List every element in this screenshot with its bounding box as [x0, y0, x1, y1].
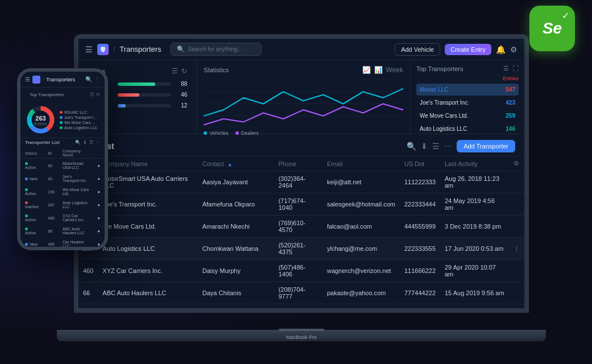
phone-id-cell: 66 — [44, 225, 58, 237]
cell-company: Car Haulers LLC — [98, 304, 197, 309]
transporter-row-2[interactable]: Joe's Transport Inc. 423 — [416, 97, 519, 109]
legend-label-1: MSUAC LLC — [64, 110, 87, 114]
cell-row-action-menu[interactable]: ⋮ — [509, 238, 524, 260]
phone-slash: / — [43, 77, 44, 82]
legend-dot-1 — [60, 111, 63, 114]
cell-activity: 29 Apr 2020 10:07 am — [440, 260, 509, 282]
phone-table-filter-icon[interactable]: ☰ — [89, 140, 93, 145]
cell-activity: 17 Jun 2020 0:53 am — [440, 238, 509, 260]
phone-action-cell[interactable]: ● — [94, 225, 104, 237]
phone-company-cell: We Move Cars Ltd. — [59, 186, 93, 198]
cell-email: falcao@aol.com — [322, 216, 400, 238]
table-download-icon[interactable]: ⬇ — [421, 142, 428, 151]
cell-row-action[interactable] — [509, 216, 524, 238]
phone-action-cell[interactable]: ● — [94, 199, 104, 211]
create-entry-button[interactable]: Create Entry — [445, 44, 491, 55]
phone-table-title: Transporter List — [25, 140, 60, 145]
phone-title: Transporters — [46, 77, 75, 82]
phone-company-cell: MotorSmart USA LLC — [59, 160, 93, 172]
search-placeholder: Search for anything... — [188, 46, 242, 52]
phone-table-header: Status ID Company Name — [22, 148, 104, 159]
phone-filter-icon[interactable]: ☰ — [90, 92, 94, 97]
table-filter-icon[interactable]: ☰ — [432, 142, 440, 151]
table-section: ter List 🔍 ⬇ ☰ ⋯ Add Transporter ID — [78, 134, 524, 308]
cell-activity: 3 Dec 2019 8:38 pm — [440, 216, 509, 238]
phone-table-search-icon[interactable]: 🔍 — [75, 140, 81, 145]
statistics-card: Statistics 📈 📊 Week — [197, 60, 411, 134]
inactive-bar-track — [118, 93, 171, 97]
phone-action-cell[interactable]: ● — [94, 212, 104, 224]
phone-action-cell[interactable]: ● — [94, 173, 104, 185]
transporter-row-3[interactable]: We Move Cars Ltd. 259 — [416, 110, 519, 122]
search-bar[interactable]: 🔍 Search for anything... — [171, 43, 262, 56]
filter-icon[interactable]: ☰ — [172, 67, 178, 75]
phone-refresh-icon[interactable]: ↻ — [96, 92, 100, 97]
add-transporter-button[interactable]: Add Transporter — [457, 140, 515, 152]
cell-email: salesgeek@hotmail.com — [322, 193, 400, 216]
cell-contact: Daisy Murphy — [198, 260, 274, 282]
table-scroll[interactable]: ID Company Name Contact ▲ Phone Email US… — [78, 156, 524, 308]
cell-activity: 13 Dec 2018 3:05 pm — [440, 304, 509, 309]
add-vehicle-button[interactable]: Add Vehicle — [395, 43, 440, 56]
laptop-label: MacBook Pro — [286, 334, 317, 340]
col-contact[interactable]: Contact ▲ — [198, 156, 274, 171]
donut-area: 263 Entries MSUAC LLC Joe's Transport I.… — [20, 102, 105, 138]
phone-more-icon[interactable]: ⋮ — [94, 76, 100, 82]
laptop-screen: ☰ / Transporters 🔍 Search for anything..… — [74, 34, 529, 313]
cell-row-action[interactable] — [509, 193, 524, 216]
transporters-expand-icon[interactable]: ⛶ — [512, 65, 519, 72]
col-phone[interactable]: Phone — [274, 156, 322, 171]
cell-company: Auto Logistics LLC — [98, 238, 197, 260]
phone-id-cell: 60 — [44, 160, 58, 172]
transporter-row-4[interactable]: Auto Logistics LLC 146 — [416, 123, 519, 135]
bar-chart-icon[interactable]: 📊 — [374, 66, 383, 74]
legend-dot-2 — [60, 116, 63, 119]
inactive-value: 46 — [176, 92, 187, 98]
notification-icon[interactable]: 🔔 — [496, 45, 506, 54]
phone-status-cell: New — [22, 173, 43, 185]
cell-contact: Amarachi Nkechi — [198, 216, 274, 238]
phone-menu-icon[interactable]: ☰ — [25, 76, 30, 82]
transporters-card-actions: ☰ ⛶ — [503, 65, 519, 72]
phone-action-cell[interactable]: ● — [94, 238, 104, 247]
col-usdot[interactable]: US Dot — [400, 156, 440, 171]
cell-usdot: 222333444 — [400, 193, 440, 216]
settings-icon[interactable]: ⚙ — [510, 45, 518, 54]
table-search-icon[interactable]: 🔍 — [407, 142, 416, 151]
phone-action-cell[interactable]: ● — [94, 160, 104, 172]
phone-table-download-icon[interactable]: ⬇ — [83, 140, 87, 145]
phone-action-cell[interactable]: ● — [94, 186, 104, 198]
transporters-filter-icon[interactable]: ☰ — [503, 65, 509, 72]
active-value: 88 — [176, 81, 187, 87]
chart-svg — [204, 80, 403, 128]
phone-col-actions — [94, 148, 104, 159]
cell-email: ylchang@me.com — [322, 238, 400, 260]
transporter-count-4: 146 — [506, 126, 515, 132]
cell-row-action[interactable] — [509, 282, 524, 304]
table-more-icon[interactable]: ⋯ — [444, 142, 452, 151]
period-selector[interactable]: Week — [386, 66, 403, 74]
phone-col-status: Status — [22, 148, 43, 159]
col-company[interactable]: Company Name — [98, 156, 197, 171]
phone-section-title: Top Transporters — [25, 90, 68, 100]
menu-icon[interactable]: ☰ — [85, 45, 93, 54]
cell-company: We Move Cars Ltd. — [98, 216, 197, 238]
cell-row-action[interactable] — [509, 304, 524, 309]
transporters-card-header: Top Transporters ☰ ⛶ — [416, 65, 519, 72]
cell-row-action[interactable] — [509, 260, 524, 282]
cell-row-action[interactable] — [509, 171, 524, 193]
transporter-row-1[interactable]: Msuac LLC 547 — [416, 84, 519, 96]
phone-search-icon[interactable]: 🔍 — [85, 76, 92, 82]
cell-usdot: 111222333 — [400, 171, 440, 193]
col-email[interactable]: Email — [322, 156, 400, 171]
refresh-icon[interactable]: ↻ — [181, 67, 187, 75]
laptop-notch — [279, 329, 324, 331]
phone-table-more-icon[interactable]: ⋯ — [96, 140, 100, 145]
inactive-bar-fill — [118, 93, 139, 97]
search-icon: 🔍 — [177, 46, 185, 53]
cell-id: 460 — [78, 260, 98, 282]
line-chart-icon[interactable]: 📈 — [362, 66, 371, 74]
cell-activity: 15 Aug 2019 9:56 am — [440, 282, 509, 304]
phone-status-cell: Active — [22, 160, 43, 172]
col-activity[interactable]: Last Activity — [440, 156, 509, 171]
